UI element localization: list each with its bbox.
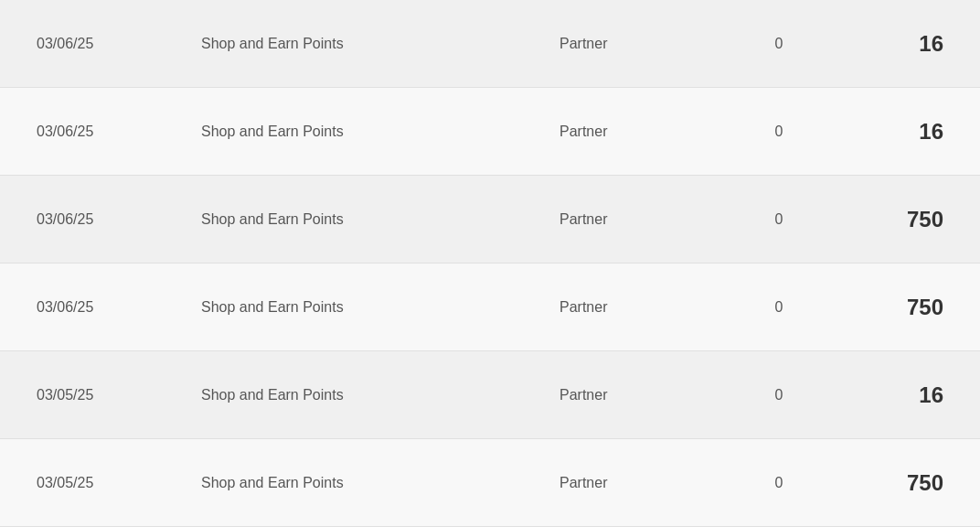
cell-type: Partner xyxy=(559,124,724,140)
cell-points: 16 xyxy=(834,31,943,57)
cell-date: 03/06/25 xyxy=(37,36,201,52)
cell-date: 03/05/25 xyxy=(37,387,201,403)
cell-description: Shop and Earn Points xyxy=(201,36,559,52)
cell-description: Shop and Earn Points xyxy=(201,475,559,491)
cell-date: 03/06/25 xyxy=(37,124,201,140)
cell-date: 03/05/25 xyxy=(37,475,201,491)
cell-description: Shop and Earn Points xyxy=(201,387,559,403)
cell-type: Partner xyxy=(559,299,724,316)
cell-description: Shop and Earn Points xyxy=(201,299,559,316)
cell-debit: 0 xyxy=(724,36,834,52)
cell-date: 03/06/25 xyxy=(37,299,201,316)
cell-debit: 0 xyxy=(724,124,834,140)
cell-type: Partner xyxy=(559,36,724,52)
cell-date: 03/06/25 xyxy=(37,211,201,228)
cell-points: 750 xyxy=(834,470,943,496)
cell-type: Partner xyxy=(559,475,724,491)
cell-points: 750 xyxy=(834,295,943,320)
cell-debit: 0 xyxy=(724,387,834,403)
cell-debit: 0 xyxy=(724,475,834,491)
cell-points: 16 xyxy=(834,119,943,145)
table-row: 03/06/25 Shop and Earn Points Partner 0 … xyxy=(0,88,980,176)
cell-description: Shop and Earn Points xyxy=(201,124,559,140)
table-row: 03/05/25 Shop and Earn Points Partner 0 … xyxy=(0,351,980,439)
transactions-table: 03/06/25 Shop and Earn Points Partner 0 … xyxy=(0,0,980,527)
table-row: 03/06/25 Shop and Earn Points Partner 0 … xyxy=(0,0,980,88)
cell-description: Shop and Earn Points xyxy=(201,211,559,228)
table-row: 03/06/25 Shop and Earn Points Partner 0 … xyxy=(0,176,980,264)
cell-points: 16 xyxy=(834,382,943,408)
table-row: 03/05/25 Shop and Earn Points Partner 0 … xyxy=(0,439,980,527)
cell-points: 750 xyxy=(834,207,943,232)
cell-debit: 0 xyxy=(724,299,834,316)
cell-type: Partner xyxy=(559,387,724,403)
cell-type: Partner xyxy=(559,211,724,228)
table-row: 03/06/25 Shop and Earn Points Partner 0 … xyxy=(0,264,980,351)
cell-debit: 0 xyxy=(724,211,834,228)
